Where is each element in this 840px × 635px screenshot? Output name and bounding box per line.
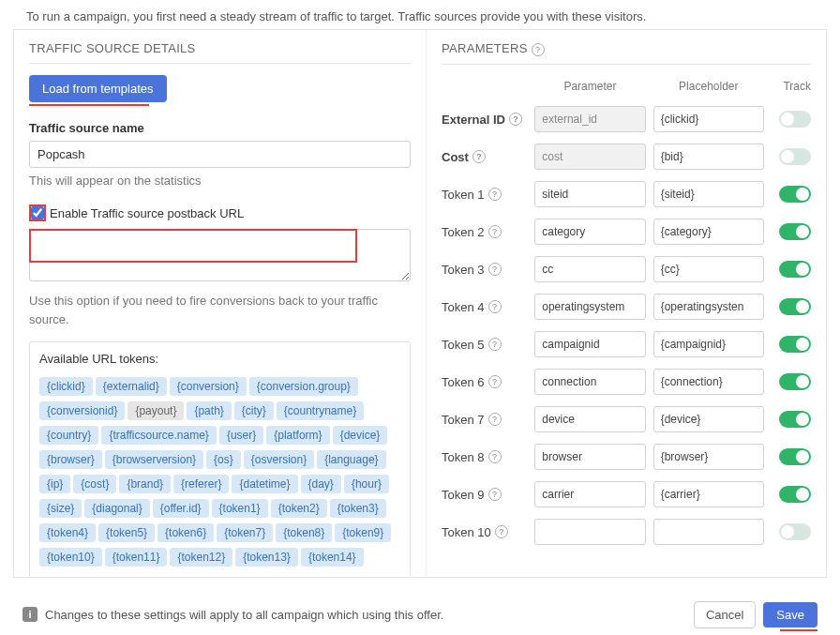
track-toggle[interactable] bbox=[779, 186, 811, 203]
placeholder-input[interactable] bbox=[653, 219, 764, 245]
token-pill[interactable]: {osversion} bbox=[244, 450, 314, 469]
token-pill[interactable]: {day} bbox=[301, 475, 341, 493]
token-pill[interactable]: {token14} bbox=[301, 548, 364, 567]
token-pill[interactable]: {token1} bbox=[212, 499, 268, 518]
token-pill[interactable]: {country} bbox=[39, 426, 98, 445]
postback-url-textarea[interactable] bbox=[29, 229, 411, 281]
token-pill[interactable]: {token11} bbox=[105, 548, 168, 567]
parameter-input[interactable] bbox=[534, 444, 645, 470]
token-pill[interactable]: {token12} bbox=[170, 548, 232, 567]
help-icon[interactable]: ? bbox=[532, 43, 545, 56]
placeholder-input[interactable] bbox=[653, 369, 764, 395]
track-toggle[interactable] bbox=[779, 111, 811, 128]
parameter-input[interactable] bbox=[534, 519, 645, 545]
token-pill[interactable]: {referer} bbox=[173, 475, 229, 493]
help-icon[interactable]: ? bbox=[509, 113, 522, 126]
track-toggle[interactable] bbox=[779, 261, 811, 278]
token-pill[interactable]: {token5} bbox=[98, 523, 155, 542]
token-pill[interactable]: {platform} bbox=[266, 426, 329, 445]
token-pill[interactable]: {conversion} bbox=[170, 377, 247, 396]
track-toggle[interactable] bbox=[779, 298, 811, 315]
token-pill[interactable]: {token6} bbox=[158, 523, 214, 542]
token-pill[interactable]: {offer.id} bbox=[153, 499, 209, 518]
token-pill[interactable]: {cost} bbox=[73, 475, 116, 493]
token-pill[interactable]: {browserversion} bbox=[105, 450, 203, 469]
token-pill[interactable]: {browser} bbox=[39, 450, 102, 469]
track-toggle[interactable] bbox=[779, 148, 811, 165]
track-toggle[interactable] bbox=[779, 223, 811, 240]
parameter-input[interactable] bbox=[534, 219, 645, 245]
token-pill[interactable]: {countryname} bbox=[277, 401, 364, 420]
parameter-input[interactable] bbox=[534, 181, 645, 207]
parameter-input[interactable] bbox=[534, 331, 645, 357]
placeholder-input[interactable] bbox=[653, 181, 764, 207]
token-pill[interactable]: {datetime} bbox=[232, 475, 297, 493]
load-from-templates-button[interactable]: Load from templates bbox=[29, 75, 167, 102]
help-icon[interactable]: ? bbox=[488, 263, 502, 276]
track-toggle[interactable] bbox=[779, 411, 811, 428]
track-toggle[interactable] bbox=[779, 448, 811, 465]
token-pill[interactable]: {device} bbox=[333, 426, 388, 445]
token-pill[interactable]: {token2} bbox=[271, 499, 327, 518]
placeholder-input[interactable] bbox=[653, 256, 764, 282]
token-pill[interactable]: {payout} bbox=[128, 401, 184, 420]
parameter-input[interactable] bbox=[534, 369, 645, 395]
track-toggle[interactable] bbox=[779, 336, 811, 353]
token-pill[interactable]: {size} bbox=[39, 499, 82, 518]
token-pill[interactable]: {token10} bbox=[39, 548, 102, 567]
token-pill[interactable]: {conversionid} bbox=[39, 401, 125, 420]
token-pill[interactable]: {hour} bbox=[344, 475, 389, 493]
token-pill[interactable]: {token9} bbox=[335, 523, 391, 542]
track-toggle[interactable] bbox=[779, 373, 811, 390]
help-icon[interactable]: ? bbox=[488, 338, 502, 351]
help-icon[interactable]: ? bbox=[488, 488, 502, 501]
placeholder-input[interactable] bbox=[653, 294, 764, 320]
token-pill[interactable]: {token13} bbox=[235, 548, 298, 567]
token-pill[interactable]: {diagonal} bbox=[84, 499, 149, 518]
traffic-source-name-input[interactable] bbox=[29, 141, 411, 168]
help-icon[interactable]: ? bbox=[488, 300, 502, 313]
token-pill[interactable]: {externalid} bbox=[96, 377, 167, 396]
save-button[interactable]: Save bbox=[763, 602, 818, 627]
token-pill[interactable]: {token3} bbox=[330, 499, 386, 518]
placeholder-input[interactable] bbox=[653, 144, 764, 170]
placeholder-input[interactable] bbox=[653, 519, 764, 545]
token-pill[interactable]: {city} bbox=[234, 401, 274, 420]
cancel-button[interactable]: Cancel bbox=[694, 601, 756, 628]
help-icon[interactable]: ? bbox=[472, 150, 486, 163]
help-icon[interactable]: ? bbox=[488, 188, 502, 201]
help-icon[interactable]: ? bbox=[488, 450, 502, 463]
token-pill[interactable]: {language} bbox=[317, 450, 385, 469]
help-icon[interactable]: ? bbox=[488, 225, 502, 238]
parameter-input bbox=[534, 144, 645, 170]
help-icon[interactable]: ? bbox=[495, 525, 508, 538]
placeholder-input[interactable] bbox=[653, 444, 764, 470]
placeholder-input[interactable] bbox=[653, 106, 764, 132]
help-icon[interactable]: ? bbox=[488, 413, 502, 426]
placeholder-input[interactable] bbox=[653, 331, 764, 357]
param-label: External ID? bbox=[442, 113, 534, 127]
token-pill[interactable]: {token4} bbox=[39, 523, 96, 542]
placeholder-input[interactable] bbox=[653, 481, 764, 507]
token-pill[interactable]: {conversion.group} bbox=[249, 377, 358, 396]
token-pill[interactable]: {trafficsource.name} bbox=[101, 426, 217, 445]
parameter-input[interactable] bbox=[534, 256, 645, 282]
token-pill[interactable]: {token8} bbox=[276, 523, 332, 542]
parameter-input[interactable] bbox=[534, 406, 645, 432]
token-pill[interactable]: {token7} bbox=[217, 523, 273, 542]
intro-text: To run a campaign, you first need a stea… bbox=[0, 0, 840, 29]
token-pill[interactable]: {path} bbox=[187, 401, 231, 420]
col-header-placeholder: Placeholder bbox=[653, 80, 764, 93]
token-pill[interactable]: {os} bbox=[206, 450, 241, 469]
parameter-input[interactable] bbox=[534, 481, 645, 507]
token-pill[interactable]: {user} bbox=[219, 426, 263, 445]
token-pill[interactable]: {ip} bbox=[39, 475, 70, 493]
track-toggle[interactable] bbox=[779, 523, 811, 540]
token-pill[interactable]: {clickid} bbox=[39, 377, 93, 396]
parameter-input[interactable] bbox=[534, 294, 645, 320]
enable-postback-checkbox[interactable] bbox=[31, 206, 44, 219]
placeholder-input[interactable] bbox=[653, 406, 764, 432]
track-toggle[interactable] bbox=[779, 486, 811, 503]
help-icon[interactable]: ? bbox=[488, 375, 502, 388]
token-pill[interactable]: {brand} bbox=[119, 475, 171, 493]
